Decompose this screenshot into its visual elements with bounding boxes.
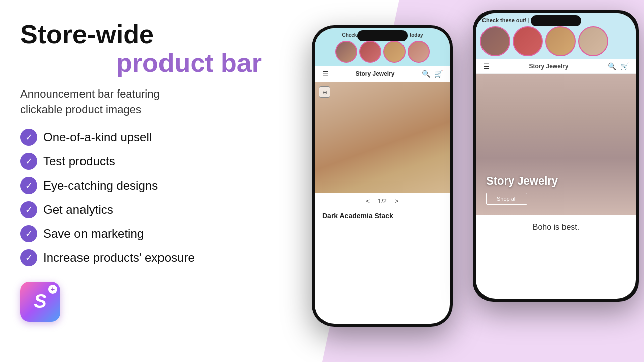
- phone-1-notch: [357, 30, 408, 41]
- feature-analytics: ✓ Get analytics: [20, 201, 262, 218]
- phone2-product-circle-1[interactable]: [480, 26, 510, 56]
- phone2-cart-icon[interactable]: 🛒: [620, 62, 629, 70]
- phone1-product-images: [319, 41, 446, 63]
- phone2-shop-button[interactable]: Shop all: [486, 193, 527, 205]
- phone2-bar-bold: Check these out!: [482, 17, 527, 23]
- phone1-nav: ☰ Story Jewelry 🔍 🛒: [315, 66, 450, 82]
- phone1-product-circle-3[interactable]: [383, 41, 406, 63]
- feature-test: ✓ Test products: [20, 153, 262, 170]
- app-icon-plus: +: [48, 285, 57, 294]
- app-icon[interactable]: S +: [20, 282, 60, 322]
- subtitle: Announcement bar featuringclickable prod…: [20, 86, 262, 118]
- feature-upsell: ✓ One-of-a-kind upsell: [20, 129, 262, 146]
- check-icon-test: ✓: [20, 153, 37, 170]
- next-arrow[interactable]: >: [395, 197, 399, 205]
- phone1-product-circle-1[interactable]: [335, 41, 357, 63]
- phone2-nav: ☰ Story Jewelry 🔍 🛒: [476, 59, 636, 74]
- phone1-product-circle-4[interactable]: [408, 41, 430, 63]
- title-line2: product bar: [50, 49, 262, 77]
- prev-arrow[interactable]: <: [366, 197, 370, 205]
- check-icon-designs: ✓: [20, 177, 37, 194]
- phone2-product-circle-4[interactable]: [578, 26, 608, 56]
- phone2-hero-content: Story Jewelry Shop all: [486, 174, 558, 205]
- title-block: Store-wide product bar: [20, 20, 262, 77]
- phone2-subtitle: Boho is best.: [476, 215, 636, 240]
- phone-1-screen: Check these out! | 40% OFF today ☰ Story…: [315, 28, 450, 324]
- feature-upsell-text: One-of-a-kind upsell: [43, 130, 152, 144]
- phone1-nav-icons: 🔍 🛒: [422, 70, 443, 78]
- phone1-product-title: Dark Academia Stack: [315, 209, 450, 223]
- app-icon-letter: S: [34, 291, 46, 312]
- feature-test-text: Test products: [43, 154, 115, 168]
- phone2-product-images: [480, 26, 632, 56]
- feature-exposure: ✓ Increase products' exposure: [20, 249, 262, 266]
- page-content: Store-wide product bar Announcement bar …: [0, 0, 644, 362]
- feature-analytics-text: Get analytics: [43, 203, 113, 217]
- title-line1: Store-wide: [20, 20, 262, 49]
- phone1-product-circle-2[interactable]: [359, 41, 381, 63]
- phone2-nav-title: Story Jewelry: [529, 63, 568, 70]
- zoom-icon[interactable]: ⊕: [319, 86, 330, 98]
- feature-list: ✓ One-of-a-kind upsell ✓ Test products ✓…: [20, 129, 262, 266]
- left-panel: Store-wide product bar Announcement bar …: [0, 0, 282, 362]
- phone-2-notch: [531, 15, 581, 26]
- feature-marketing-text: Save on marketing: [43, 227, 144, 241]
- feature-designs: ✓ Eye-catching designs: [20, 177, 262, 194]
- phone2-nav-icons: 🔍 🛒: [608, 62, 629, 70]
- check-icon-exposure: ✓: [20, 249, 37, 266]
- feature-marketing: ✓ Save on marketing: [20, 225, 262, 242]
- right-panel: Check these out! | 40% OFF today ☰ Story…: [282, 0, 644, 362]
- search-icon[interactable]: 🔍: [422, 70, 430, 78]
- check-icon-marketing: ✓: [20, 225, 37, 242]
- phone1-product-image: ⊕: [315, 82, 450, 193]
- cart-icon[interactable]: 🛒: [434, 70, 443, 78]
- phone2-product-circle-3[interactable]: [545, 26, 576, 56]
- phone2-hamburger-icon[interactable]: ☰: [483, 62, 490, 70]
- check-icon-upsell: ✓: [20, 129, 37, 146]
- product-photo: [315, 82, 450, 193]
- phone2-hero: Story Jewelry Shop all: [476, 74, 636, 215]
- phone2-hero-title: Story Jewelry: [486, 174, 558, 188]
- phone-1: Check these out! | 40% OFF today ☰ Story…: [312, 25, 453, 327]
- hamburger-icon[interactable]: ☰: [322, 70, 329, 78]
- feature-exposure-text: Increase products' exposure: [43, 251, 195, 265]
- phone-2-screen: Check these out! | 40% OFF today ☰ Story…: [476, 13, 636, 299]
- phone1-nav-title: Story Jewelry: [355, 70, 394, 77]
- phone2-product-circle-2[interactable]: [513, 26, 543, 56]
- phone1-image-nav: < 1/2 >: [315, 193, 450, 209]
- image-counter: 1/2: [378, 197, 387, 205]
- check-icon-analytics: ✓: [20, 201, 37, 218]
- feature-designs-text: Eye-catching designs: [43, 178, 158, 193]
- phone-2: Check these out! | 40% OFF today ☰ Story…: [473, 10, 639, 302]
- phone2-search-icon[interactable]: 🔍: [608, 62, 616, 70]
